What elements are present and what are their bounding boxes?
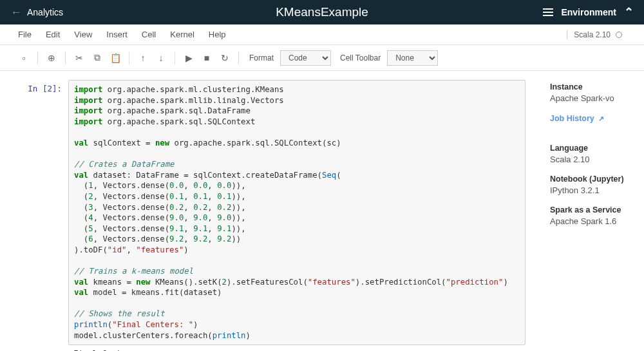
- environment-label[interactable]: Environment: [561, 7, 616, 17]
- menu-help[interactable]: Help: [209, 30, 226, 39]
- menu-icon[interactable]: [543, 6, 553, 18]
- format-select[interactable]: Code: [280, 50, 331, 66]
- cell-output: Final Centers: [0.1,0.1,0.1] [9.1,9.1,9.…: [68, 345, 526, 351]
- arrow-left-icon: ←: [10, 6, 22, 19]
- menu-view[interactable]: View: [74, 30, 92, 39]
- stop-button[interactable]: ■: [201, 52, 213, 64]
- notebook-value: IPython 3.2.1: [550, 185, 635, 195]
- celltoolbar-label: Cell Toolbar: [340, 53, 381, 62]
- instance-value: Apache Spark-vo: [550, 93, 635, 103]
- topbar: ← Analytics KMeansExample Environment ⌃: [0, 0, 644, 24]
- external-link-icon: ↗: [596, 115, 604, 122]
- language-heading: Language: [550, 144, 635, 153]
- menu-file[interactable]: File: [18, 30, 32, 39]
- notebook-heading: Notebook (Jupyter): [550, 175, 635, 184]
- cut-button[interactable]: ✂: [73, 52, 85, 64]
- notebook-area[interactable]: In [2]: import org.apache.spark.ml.clust…: [0, 71, 541, 351]
- restart-button[interactable]: ↻: [219, 52, 231, 64]
- format-label: Format: [249, 53, 274, 62]
- save-button[interactable]: ▫: [18, 52, 30, 64]
- back-label: Analytics: [27, 7, 63, 17]
- move-up-button[interactable]: ↑: [137, 52, 149, 64]
- menubar: File Edit View Insert Cell Kernel Help S…: [0, 24, 644, 45]
- cell-prompt: In [2]:: [15, 80, 68, 351]
- back-link[interactable]: ← Analytics: [10, 6, 63, 19]
- add-cell-button[interactable]: ⊕: [46, 52, 57, 64]
- instance-heading: Instance: [550, 82, 635, 91]
- chevron-up-icon[interactable]: ⌃: [624, 5, 634, 19]
- kernel-indicator: Scala 2.10: [567, 30, 626, 39]
- menu-edit[interactable]: Edit: [46, 30, 60, 39]
- run-button[interactable]: ▶: [183, 52, 194, 64]
- kernel-status-icon: [616, 32, 622, 38]
- notebook-title[interactable]: KMeansExample: [276, 5, 368, 19]
- move-down-button[interactable]: ↓: [155, 52, 167, 64]
- toolbar: ▫ ⊕ ✂ ⧉ 📋 ↑ ↓ ▶ ■ ↻ Format Code Cell Too…: [0, 45, 644, 71]
- saas-value: Apache Spark 1.6: [550, 216, 635, 226]
- menu-cell[interactable]: Cell: [142, 30, 156, 39]
- code-input[interactable]: import org.apache.spark.ml.clustering.KM…: [68, 80, 526, 345]
- copy-button[interactable]: ⧉: [91, 52, 103, 64]
- menu-insert[interactable]: Insert: [106, 30, 128, 39]
- code-cell[interactable]: In [2]: import org.apache.spark.ml.clust…: [15, 80, 526, 351]
- saas-heading: Spark as a Service: [550, 205, 635, 214]
- language-value: Scala 2.10: [550, 155, 635, 164]
- celltoolbar-select[interactable]: None: [387, 50, 438, 66]
- kernel-name: Scala 2.10: [574, 30, 611, 39]
- paste-button[interactable]: 📋: [109, 52, 121, 64]
- job-history-link[interactable]: Job History ↗: [550, 114, 604, 123]
- environment-panel: Instance Apache Spark-vo Job History ↗ L…: [541, 71, 644, 351]
- menu-kernel[interactable]: Kernel: [170, 30, 194, 39]
